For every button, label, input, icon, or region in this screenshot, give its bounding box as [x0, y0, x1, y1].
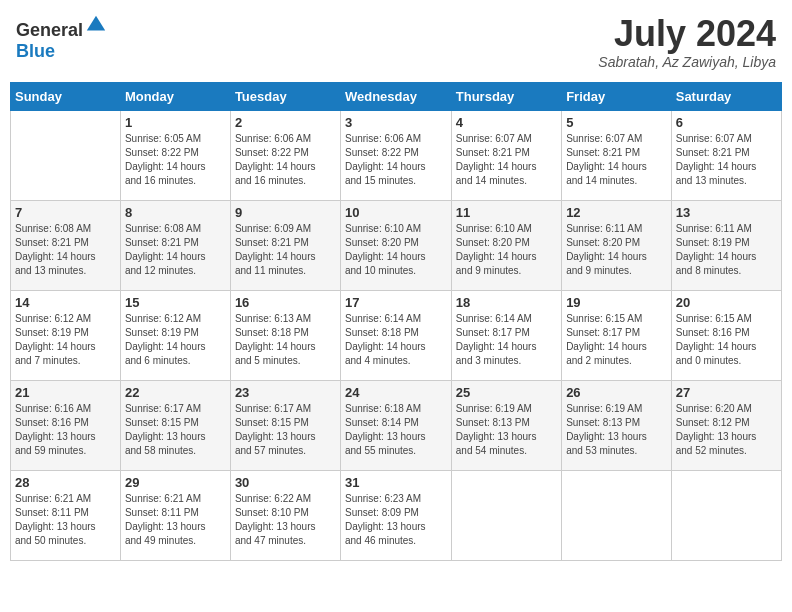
calendar-cell: 28Sunrise: 6:21 AMSunset: 8:11 PMDayligh…	[11, 470, 121, 560]
calendar-body: 1Sunrise: 6:05 AMSunset: 8:22 PMDaylight…	[11, 110, 782, 560]
day-number: 2	[235, 115, 336, 130]
calendar-cell: 29Sunrise: 6:21 AMSunset: 8:11 PMDayligh…	[120, 470, 230, 560]
calendar-cell: 23Sunrise: 6:17 AMSunset: 8:15 PMDayligh…	[230, 380, 340, 470]
calendar-cell: 21Sunrise: 6:16 AMSunset: 8:16 PMDayligh…	[11, 380, 121, 470]
calendar-week-row: 21Sunrise: 6:16 AMSunset: 8:16 PMDayligh…	[11, 380, 782, 470]
calendar-cell: 15Sunrise: 6:12 AMSunset: 8:19 PMDayligh…	[120, 290, 230, 380]
col-monday: Monday	[120, 82, 230, 110]
calendar-cell: 3Sunrise: 6:06 AMSunset: 8:22 PMDaylight…	[340, 110, 451, 200]
calendar-cell: 30Sunrise: 6:22 AMSunset: 8:10 PMDayligh…	[230, 470, 340, 560]
calendar-cell: 20Sunrise: 6:15 AMSunset: 8:16 PMDayligh…	[671, 290, 781, 380]
calendar-cell	[562, 470, 672, 560]
day-info: Sunrise: 6:12 AMSunset: 8:19 PMDaylight:…	[15, 312, 116, 368]
day-info: Sunrise: 6:07 AMSunset: 8:21 PMDaylight:…	[676, 132, 777, 188]
logo-general: General	[16, 20, 83, 40]
day-info: Sunrise: 6:16 AMSunset: 8:16 PMDaylight:…	[15, 402, 116, 458]
calendar-cell	[671, 470, 781, 560]
day-info: Sunrise: 6:05 AMSunset: 8:22 PMDaylight:…	[125, 132, 226, 188]
calendar-cell: 8Sunrise: 6:08 AMSunset: 8:21 PMDaylight…	[120, 200, 230, 290]
day-info: Sunrise: 6:21 AMSunset: 8:11 PMDaylight:…	[15, 492, 116, 548]
day-info: Sunrise: 6:19 AMSunset: 8:13 PMDaylight:…	[456, 402, 557, 458]
day-info: Sunrise: 6:15 AMSunset: 8:16 PMDaylight:…	[676, 312, 777, 368]
calendar-cell: 6Sunrise: 6:07 AMSunset: 8:21 PMDaylight…	[671, 110, 781, 200]
calendar-cell: 13Sunrise: 6:11 AMSunset: 8:19 PMDayligh…	[671, 200, 781, 290]
day-number: 14	[15, 295, 116, 310]
day-info: Sunrise: 6:14 AMSunset: 8:17 PMDaylight:…	[456, 312, 557, 368]
calendar-cell: 10Sunrise: 6:10 AMSunset: 8:20 PMDayligh…	[340, 200, 451, 290]
day-info: Sunrise: 6:10 AMSunset: 8:20 PMDaylight:…	[456, 222, 557, 278]
page-header: General Blue July 2024 Sabratah, Az Zawi…	[10, 10, 782, 74]
day-info: Sunrise: 6:23 AMSunset: 8:09 PMDaylight:…	[345, 492, 447, 548]
calendar-week-row: 14Sunrise: 6:12 AMSunset: 8:19 PMDayligh…	[11, 290, 782, 380]
calendar-table: Sunday Monday Tuesday Wednesday Thursday…	[10, 82, 782, 561]
calendar-cell: 1Sunrise: 6:05 AMSunset: 8:22 PMDaylight…	[120, 110, 230, 200]
calendar-cell: 14Sunrise: 6:12 AMSunset: 8:19 PMDayligh…	[11, 290, 121, 380]
month-title: July 2024	[598, 14, 776, 54]
day-number: 31	[345, 475, 447, 490]
day-info: Sunrise: 6:17 AMSunset: 8:15 PMDaylight:…	[235, 402, 336, 458]
day-number: 9	[235, 205, 336, 220]
day-number: 23	[235, 385, 336, 400]
day-info: Sunrise: 6:13 AMSunset: 8:18 PMDaylight:…	[235, 312, 336, 368]
day-number: 8	[125, 205, 226, 220]
calendar-cell: 22Sunrise: 6:17 AMSunset: 8:15 PMDayligh…	[120, 380, 230, 470]
day-info: Sunrise: 6:17 AMSunset: 8:15 PMDaylight:…	[125, 402, 226, 458]
day-info: Sunrise: 6:18 AMSunset: 8:14 PMDaylight:…	[345, 402, 447, 458]
calendar-cell: 26Sunrise: 6:19 AMSunset: 8:13 PMDayligh…	[562, 380, 672, 470]
day-number: 11	[456, 205, 557, 220]
calendar-cell	[451, 470, 561, 560]
day-number: 24	[345, 385, 447, 400]
calendar-cell: 31Sunrise: 6:23 AMSunset: 8:09 PMDayligh…	[340, 470, 451, 560]
calendar-cell: 9Sunrise: 6:09 AMSunset: 8:21 PMDaylight…	[230, 200, 340, 290]
title-area: July 2024 Sabratah, Az Zawiyah, Libya	[598, 14, 776, 70]
day-number: 7	[15, 205, 116, 220]
day-info: Sunrise: 6:08 AMSunset: 8:21 PMDaylight:…	[125, 222, 226, 278]
col-saturday: Saturday	[671, 82, 781, 110]
calendar-cell	[11, 110, 121, 200]
day-info: Sunrise: 6:08 AMSunset: 8:21 PMDaylight:…	[15, 222, 116, 278]
calendar-cell: 18Sunrise: 6:14 AMSunset: 8:17 PMDayligh…	[451, 290, 561, 380]
calendar-cell: 16Sunrise: 6:13 AMSunset: 8:18 PMDayligh…	[230, 290, 340, 380]
day-number: 20	[676, 295, 777, 310]
logo: General Blue	[16, 14, 107, 62]
calendar-cell: 2Sunrise: 6:06 AMSunset: 8:22 PMDaylight…	[230, 110, 340, 200]
col-thursday: Thursday	[451, 82, 561, 110]
day-number: 18	[456, 295, 557, 310]
day-number: 5	[566, 115, 667, 130]
calendar-cell: 4Sunrise: 6:07 AMSunset: 8:21 PMDaylight…	[451, 110, 561, 200]
day-info: Sunrise: 6:22 AMSunset: 8:10 PMDaylight:…	[235, 492, 336, 548]
day-number: 21	[15, 385, 116, 400]
day-number: 29	[125, 475, 226, 490]
day-number: 4	[456, 115, 557, 130]
day-number: 28	[15, 475, 116, 490]
day-info: Sunrise: 6:10 AMSunset: 8:20 PMDaylight:…	[345, 222, 447, 278]
day-number: 26	[566, 385, 667, 400]
day-number: 27	[676, 385, 777, 400]
col-sunday: Sunday	[11, 82, 121, 110]
calendar-week-row: 1Sunrise: 6:05 AMSunset: 8:22 PMDaylight…	[11, 110, 782, 200]
day-number: 6	[676, 115, 777, 130]
calendar-week-row: 28Sunrise: 6:21 AMSunset: 8:11 PMDayligh…	[11, 470, 782, 560]
day-number: 19	[566, 295, 667, 310]
col-wednesday: Wednesday	[340, 82, 451, 110]
calendar-cell: 24Sunrise: 6:18 AMSunset: 8:14 PMDayligh…	[340, 380, 451, 470]
day-info: Sunrise: 6:07 AMSunset: 8:21 PMDaylight:…	[456, 132, 557, 188]
calendar-week-row: 7Sunrise: 6:08 AMSunset: 8:21 PMDaylight…	[11, 200, 782, 290]
calendar-cell: 17Sunrise: 6:14 AMSunset: 8:18 PMDayligh…	[340, 290, 451, 380]
calendar-cell: 19Sunrise: 6:15 AMSunset: 8:17 PMDayligh…	[562, 290, 672, 380]
logo-icon	[85, 14, 107, 36]
calendar-cell: 25Sunrise: 6:19 AMSunset: 8:13 PMDayligh…	[451, 380, 561, 470]
day-number: 30	[235, 475, 336, 490]
day-info: Sunrise: 6:11 AMSunset: 8:20 PMDaylight:…	[566, 222, 667, 278]
day-number: 12	[566, 205, 667, 220]
day-info: Sunrise: 6:07 AMSunset: 8:21 PMDaylight:…	[566, 132, 667, 188]
day-info: Sunrise: 6:06 AMSunset: 8:22 PMDaylight:…	[345, 132, 447, 188]
calendar-cell: 12Sunrise: 6:11 AMSunset: 8:20 PMDayligh…	[562, 200, 672, 290]
svg-marker-0	[87, 16, 105, 31]
logo-blue: Blue	[16, 41, 55, 61]
day-info: Sunrise: 6:20 AMSunset: 8:12 PMDaylight:…	[676, 402, 777, 458]
day-info: Sunrise: 6:11 AMSunset: 8:19 PMDaylight:…	[676, 222, 777, 278]
calendar-header: Sunday Monday Tuesday Wednesday Thursday…	[11, 82, 782, 110]
day-info: Sunrise: 6:14 AMSunset: 8:18 PMDaylight:…	[345, 312, 447, 368]
calendar-cell: 5Sunrise: 6:07 AMSunset: 8:21 PMDaylight…	[562, 110, 672, 200]
